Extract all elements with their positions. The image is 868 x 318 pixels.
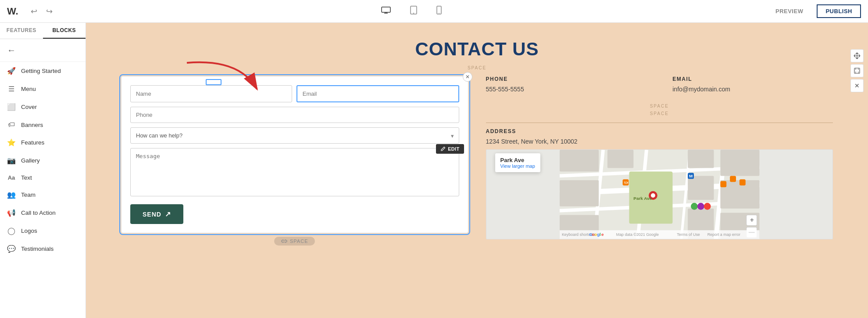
main-layout: FEATURES BLOCKS ← 🚀 Getting Started ☰ Me… — [0, 23, 868, 318]
svg-rect-6 — [282, 240, 287, 242]
testimonials-icon: 💬 — [7, 245, 16, 253]
topbar: W. ↩ ↪ PREVIEW PUBLISH — [0, 0, 868, 23]
publish-button[interactable]: PUBLISH — [817, 4, 861, 18]
svg-rect-16 — [559, 150, 598, 172]
map-container: Park Ave 🍽 + — [486, 149, 833, 239]
sidebar-item-menu[interactable]: ☰ Menu — [0, 80, 86, 98]
form-section: EDIT ✕ — [121, 76, 468, 249]
cta-icon: 📢 — [7, 209, 16, 217]
sidebar-item-gallery[interactable]: 📷 Gallery — [0, 152, 86, 170]
toolbar-close-icon[interactable]: ✕ — [850, 79, 864, 92]
send-arrow-icon: ↗ — [165, 210, 171, 218]
address-value: 1234 Street, New York, NY 10002 — [486, 138, 833, 145]
sidebar-item-team[interactable]: 👥 Team — [0, 186, 86, 204]
sidebar-tabs: FEATURES BLOCKS — [0, 23, 86, 39]
features-icon: ⭐ — [7, 138, 16, 147]
info-divider — [486, 123, 833, 123]
space-label: SPACE — [290, 238, 308, 244]
svg-point-4 — [439, 13, 440, 14]
team-icon: 👥 — [7, 191, 16, 199]
svg-rect-32 — [730, 176, 736, 182]
tablet-device-button[interactable] — [406, 3, 421, 19]
sidebar-item-testimonials[interactable]: 💬 Testimonials — [0, 240, 86, 258]
sidebar-item-text[interactable]: Aa Text — [0, 170, 86, 186]
banners-icon: 🏷 — [7, 121, 16, 129]
phone-input[interactable] — [130, 107, 459, 123]
svg-text:+: + — [750, 216, 754, 224]
svg-rect-0 — [382, 7, 390, 12]
svg-rect-31 — [720, 181, 726, 187]
svg-point-2 — [413, 13, 414, 14]
how-can-we-help-row: How can we help? ▾ — [130, 127, 459, 144]
sidebar-item-banners[interactable]: 🏷 Banners — [0, 116, 86, 134]
form-close-button[interactable]: ✕ — [463, 72, 472, 82]
svg-text:Terms of Use: Terms of Use — [677, 232, 700, 237]
page-title: CONTACT US — [86, 39, 868, 60]
send-button[interactable]: SEND ↗ — [130, 204, 183, 224]
sidebar-item-label: Getting Started — [21, 68, 61, 74]
email-input[interactable] — [296, 85, 459, 102]
email-label: EMAIL — [672, 76, 833, 82]
topbar-right: PREVIEW PUBLISH — [769, 4, 861, 18]
tab-blocks[interactable]: BLOCKS — [43, 23, 86, 39]
svg-rect-17 — [559, 180, 598, 206]
toolbar-move-icon[interactable] — [850, 49, 864, 62]
svg-text:e: e — [601, 232, 604, 237]
mobile-device-button[interactable] — [432, 3, 446, 19]
phone-col: PHONE 555-555-5555 — [486, 76, 647, 95]
logos-icon: ◯ — [7, 227, 16, 235]
phone-label: PHONE — [486, 76, 647, 82]
contact-form: ✕ How can we help? — [121, 76, 468, 233]
name-input[interactable] — [130, 85, 292, 102]
svg-text:🍽: 🍽 — [624, 181, 628, 185]
svg-rect-21 — [688, 176, 714, 199]
map-popup-link[interactable]: View larger map — [500, 163, 535, 169]
svg-point-41 — [697, 203, 704, 210]
toolbar-resize-icon[interactable] — [850, 64, 864, 77]
phone-value: 555-555-5555 — [486, 86, 647, 93]
svg-rect-19 — [607, 150, 633, 168]
desktop-device-button[interactable] — [377, 3, 395, 19]
svg-rect-23 — [720, 150, 759, 176]
canvas-scroll[interactable]: CONTACT US SPACE — [86, 23, 868, 318]
svg-text:l: l — [600, 232, 601, 237]
sidebar-back-button[interactable]: ← — [0, 39, 86, 62]
canvas: CONTACT US SPACE — [86, 23, 868, 318]
svg-rect-20 — [688, 150, 714, 168]
sidebar-item-label: Banners — [21, 122, 43, 128]
nav-icons: ↩ ↪ — [29, 5, 54, 18]
tab-features[interactable]: FEATURES — [0, 23, 43, 39]
sidebar-item-label: Team — [21, 192, 36, 198]
sidebar-item-call-to-action[interactable]: 📢 Call to Action — [0, 204, 86, 222]
email-col: EMAIL info@mydomain.com — [672, 76, 833, 95]
email-value: info@mydomain.com — [672, 86, 833, 93]
sidebar-item-label: Call to Action — [21, 210, 56, 216]
sidebar-item-label: Text — [21, 174, 32, 181]
svg-text:Park Ave: Park Ave — [633, 196, 652, 201]
cover-icon: ⬜ — [7, 103, 16, 111]
map-popup-title: Park Ave — [500, 157, 535, 163]
space-bar-1: SPACE — [486, 102, 833, 110]
edit-button[interactable]: EDIT — [436, 144, 464, 154]
text-icon: Aa — [7, 174, 16, 181]
message-textarea[interactable] — [130, 148, 459, 196]
resize-icon — [281, 238, 287, 244]
how-select[interactable]: How can we help? — [130, 127, 459, 144]
undo-button[interactable]: ↩ — [29, 5, 39, 18]
sidebar-item-logos[interactable]: ◯ Logos — [0, 222, 86, 240]
svg-text:Map data ©2021 Google: Map data ©2021 Google — [616, 232, 658, 237]
sidebar-item-features[interactable]: ⭐ Features — [0, 134, 86, 152]
canvas-toolbar: ✕ — [850, 49, 864, 92]
svg-point-40 — [691, 203, 698, 210]
redo-button[interactable]: ↪ — [44, 5, 54, 18]
preview-button[interactable]: PREVIEW — [769, 5, 810, 18]
sidebar-item-getting-started[interactable]: 🚀 Getting Started — [0, 62, 86, 80]
device-switcher — [54, 3, 769, 19]
page-content: CONTACT US SPACE — [86, 23, 868, 318]
address-block: ADDRESS 1234 Street, New York, NY 10002 — [486, 128, 833, 145]
form-bottom-space: SPACE — [121, 233, 468, 249]
phone-email-row: PHONE 555-555-5555 EMAIL info@mydomain.c… — [486, 76, 833, 95]
gallery-icon: 📷 — [7, 156, 16, 165]
sidebar-item-cover[interactable]: ⬜ Cover — [0, 98, 86, 116]
menu-icon: ☰ — [7, 85, 16, 93]
